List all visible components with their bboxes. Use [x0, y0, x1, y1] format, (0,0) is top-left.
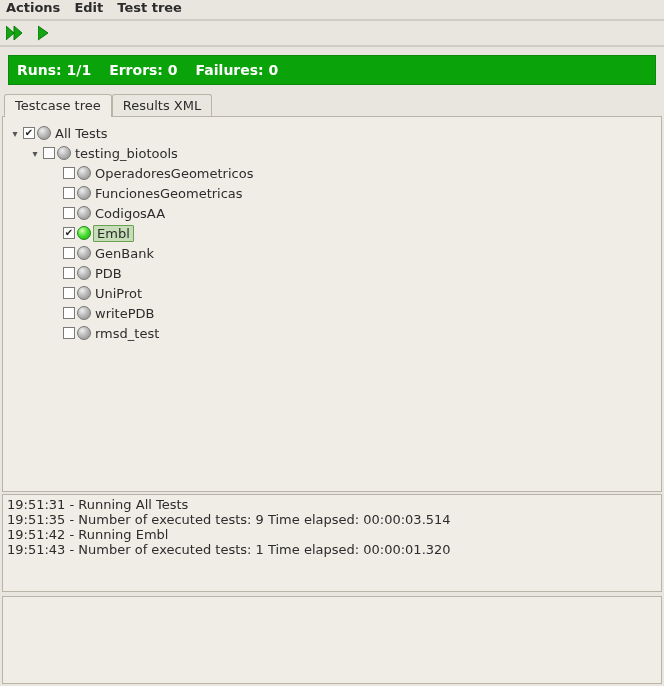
svg-marker-1 — [14, 26, 22, 40]
log-line: 19:51:43 - Number of executed tests: 1 T… — [7, 542, 657, 557]
tree-item-7[interactable]: writePDB — [7, 303, 657, 323]
checkbox[interactable] — [23, 127, 35, 139]
status-ball-icon — [77, 286, 91, 300]
tree-root[interactable]: ▾All Tests — [7, 123, 657, 143]
status-ball-icon — [77, 306, 91, 320]
checkbox[interactable] — [63, 327, 75, 339]
tree-item-label[interactable]: All Tests — [53, 126, 110, 141]
tree-item-8[interactable]: rmsd_test — [7, 323, 657, 343]
tree-item-label[interactable]: OperadoresGeometricos — [93, 166, 255, 181]
tree-item-label[interactable]: CodigosAA — [93, 206, 167, 221]
svg-marker-0 — [6, 26, 14, 40]
status-ball-icon — [77, 246, 91, 260]
checkbox[interactable] — [63, 267, 75, 279]
run-icon[interactable] — [38, 25, 50, 41]
status-ball-icon — [77, 266, 91, 280]
status-ball-icon — [77, 206, 91, 220]
tab-bar: Testcase tree Results XML — [0, 94, 664, 117]
status-ball-icon — [77, 226, 91, 240]
log-panel[interactable]: 19:51:31 - Running All Tests19:51:35 - N… — [2, 494, 662, 592]
toolbar — [0, 19, 664, 47]
tree-item-label[interactable]: FuncionesGeometricas — [93, 186, 245, 201]
checkbox[interactable] — [63, 247, 75, 259]
svg-marker-2 — [38, 26, 48, 40]
tree-item-label[interactable]: Embl — [93, 225, 134, 242]
menu-edit[interactable]: Edit — [74, 0, 103, 15]
tree-item-label[interactable]: testing_biotools — [73, 146, 180, 161]
tree-item-4[interactable]: GenBank — [7, 243, 657, 263]
menu-actions[interactable]: Actions — [6, 0, 60, 15]
tree-item-1[interactable]: FuncionesGeometricas — [7, 183, 657, 203]
checkbox[interactable] — [63, 307, 75, 319]
status-ball-icon — [77, 326, 91, 340]
testcase-tree[interactable]: ▾All Tests▾testing_biotoolsOperadoresGeo… — [7, 123, 657, 343]
log-line: 19:51:35 - Number of executed tests: 9 T… — [7, 512, 657, 527]
checkbox[interactable] — [63, 187, 75, 199]
tree-suite[interactable]: ▾testing_biotools — [7, 143, 657, 163]
status-ball-icon — [77, 186, 91, 200]
log-line: 19:51:42 - Running Embl — [7, 527, 657, 542]
checkbox[interactable] — [43, 147, 55, 159]
status-ball-icon — [57, 146, 71, 160]
expand-icon[interactable]: ▾ — [9, 127, 21, 139]
expand-icon[interactable]: ▾ — [29, 147, 41, 159]
output-panel[interactable] — [2, 596, 662, 684]
tree-item-5[interactable]: PDB — [7, 263, 657, 283]
tree-item-label[interactable]: PDB — [93, 266, 124, 281]
menu-testtree[interactable]: Test tree — [117, 0, 182, 15]
checkbox[interactable] — [63, 167, 75, 179]
status-failures: Failures: 0 — [196, 62, 279, 78]
status-runs: Runs: 1/1 — [17, 62, 91, 78]
tree-item-label[interactable]: GenBank — [93, 246, 156, 261]
status-ball-icon — [77, 166, 91, 180]
tree-item-0[interactable]: OperadoresGeometricos — [7, 163, 657, 183]
checkbox[interactable] — [63, 227, 75, 239]
menubar: Actions Edit Test tree — [0, 0, 664, 19]
status-ball-icon — [37, 126, 51, 140]
tab-testcase-tree[interactable]: Testcase tree — [4, 94, 112, 117]
tree-item-label[interactable]: writePDB — [93, 306, 156, 321]
status-bar-wrap: Runs: 1/1 Errors: 0 Failures: 0 — [0, 47, 664, 93]
tree-item-label[interactable]: UniProt — [93, 286, 144, 301]
checkbox[interactable] — [63, 287, 75, 299]
tree-item-2[interactable]: CodigosAA — [7, 203, 657, 223]
tree-item-6[interactable]: UniProt — [7, 283, 657, 303]
status-errors: Errors: 0 — [109, 62, 177, 78]
log-line: 19:51:31 - Running All Tests — [7, 497, 657, 512]
checkbox[interactable] — [63, 207, 75, 219]
run-all-icon[interactable] — [6, 25, 26, 41]
tab-results-xml[interactable]: Results XML — [112, 94, 212, 117]
tree-panel: ▾All Tests▾testing_biotoolsOperadoresGeo… — [2, 116, 662, 492]
tree-item-label[interactable]: rmsd_test — [93, 326, 161, 341]
status-bar: Runs: 1/1 Errors: 0 Failures: 0 — [8, 55, 656, 85]
tree-item-3[interactable]: Embl — [7, 223, 657, 243]
